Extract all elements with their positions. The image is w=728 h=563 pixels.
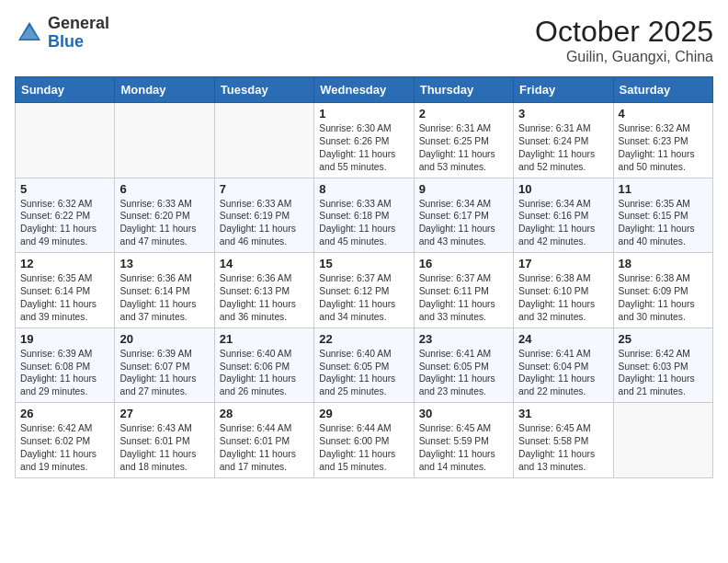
daylight-label: Daylight: 11 hours and 15 minutes.: [319, 449, 395, 472]
weekday-header-friday: Friday: [514, 77, 613, 103]
weekday-header-saturday: Saturday: [613, 77, 712, 103]
day-number: 11: [619, 182, 708, 196]
sunrise-label: Sunrise: 6:41 AM: [518, 349, 590, 359]
day-number: 9: [419, 182, 508, 196]
calendar-cell: 16Sunrise: 6:37 AMSunset: 6:11 PMDayligh…: [414, 253, 513, 328]
daylight-label: Daylight: 11 hours and 18 minutes.: [119, 449, 196, 472]
day-number: 13: [119, 257, 209, 270]
calendar-cell: 29Sunrise: 6:44 AMSunset: 6:00 PMDayligh…: [314, 403, 414, 478]
day-info: Sunrise: 6:41 AMSunset: 6:05 PMDaylight:…: [419, 348, 508, 399]
day-info: Sunrise: 6:40 AMSunset: 6:05 PMDaylight:…: [319, 348, 408, 399]
calendar-cell: 26Sunrise: 6:42 AMSunset: 6:02 PMDayligh…: [16, 403, 115, 478]
sunrise-label: Sunrise: 6:45 AM: [518, 423, 590, 433]
sunrise-label: Sunrise: 6:33 AM: [119, 199, 191, 209]
calendar-cell: 18Sunrise: 6:38 AMSunset: 6:09 PMDayligh…: [613, 253, 712, 328]
sunset-label: Sunset: 6:05 PM: [419, 362, 489, 372]
calendar-cell: 6Sunrise: 6:33 AMSunset: 6:20 PMDaylight…: [115, 178, 214, 253]
sunrise-label: Sunrise: 6:44 AM: [220, 423, 291, 433]
sunrise-label: Sunrise: 6:34 AM: [518, 199, 590, 209]
day-info: Sunrise: 6:31 AMSunset: 6:25 PMDaylight:…: [419, 122, 508, 174]
daylight-label: Daylight: 11 hours and 42 minutes.: [518, 224, 595, 247]
week-row-1: 1Sunrise: 6:30 AMSunset: 6:26 PMDaylight…: [16, 103, 713, 178]
calendar-cell: [613, 403, 712, 478]
calendar-cell: 17Sunrise: 6:38 AMSunset: 6:10 PMDayligh…: [514, 253, 613, 328]
day-info: Sunrise: 6:33 AMSunset: 6:19 PMDaylight:…: [220, 198, 309, 249]
sunrise-label: Sunrise: 6:41 AM: [419, 349, 491, 359]
calendar-cell: 1Sunrise: 6:30 AMSunset: 6:26 PMDaylight…: [314, 103, 414, 178]
calendar-cell: [214, 103, 313, 178]
calendar-cell: 13Sunrise: 6:36 AMSunset: 6:14 PMDayligh…: [115, 253, 214, 328]
day-number: 6: [119, 182, 209, 196]
daylight-label: Daylight: 11 hours and 29 minutes.: [20, 373, 97, 396]
daylight-label: Daylight: 11 hours and 36 minutes.: [220, 299, 296, 322]
week-row-5: 26Sunrise: 6:42 AMSunset: 6:02 PMDayligh…: [16, 403, 713, 478]
daylight-label: Daylight: 11 hours and 34 minutes.: [319, 299, 395, 322]
sunset-label: Sunset: 6:24 PM: [518, 136, 588, 146]
sunset-label: Sunset: 6:08 PM: [20, 362, 90, 372]
sunset-label: Sunset: 6:15 PM: [619, 211, 688, 221]
daylight-label: Daylight: 11 hours and 25 minutes.: [319, 373, 395, 396]
day-number: 4: [619, 107, 708, 121]
day-info: Sunrise: 6:32 AMSunset: 6:23 PMDaylight:…: [619, 122, 708, 174]
sunrise-label: Sunrise: 6:34 AM: [419, 199, 491, 209]
day-info: Sunrise: 6:44 AMSunset: 6:01 PMDaylight:…: [220, 422, 309, 474]
day-number: 21: [220, 332, 309, 346]
sunset-label: Sunset: 6:17 PM: [419, 211, 489, 221]
calendar-cell: 30Sunrise: 6:45 AMSunset: 5:59 PMDayligh…: [414, 403, 513, 478]
daylight-label: Daylight: 11 hours and 27 minutes.: [119, 373, 196, 396]
daylight-label: Daylight: 11 hours and 52 minutes.: [518, 149, 595, 172]
calendar-cell: 22Sunrise: 6:40 AMSunset: 6:05 PMDayligh…: [314, 327, 414, 403]
day-info: Sunrise: 6:31 AMSunset: 6:24 PMDaylight:…: [518, 122, 608, 174]
calendar-cell: 20Sunrise: 6:39 AMSunset: 6:07 PMDayligh…: [115, 327, 214, 403]
sunrise-label: Sunrise: 6:44 AM: [319, 423, 391, 433]
day-info: Sunrise: 6:30 AMSunset: 6:26 PMDaylight:…: [319, 122, 408, 174]
day-number: 30: [419, 407, 508, 420]
day-number: 22: [319, 332, 408, 346]
sunset-label: Sunset: 6:13 PM: [220, 286, 290, 296]
sunset-label: Sunset: 6:01 PM: [220, 436, 290, 446]
sunset-label: Sunset: 6:26 PM: [319, 136, 389, 146]
sunrise-label: Sunrise: 6:35 AM: [20, 273, 92, 283]
calendar-cell: 10Sunrise: 6:34 AMSunset: 6:16 PMDayligh…: [514, 178, 613, 253]
weekday-header-thursday: Thursday: [414, 77, 513, 103]
daylight-label: Daylight: 11 hours and 23 minutes.: [419, 373, 495, 396]
sunset-label: Sunset: 6:04 PM: [518, 362, 588, 372]
calendar-cell: 5Sunrise: 6:32 AMSunset: 6:22 PMDaylight…: [16, 178, 115, 253]
weekday-header-wednesday: Wednesday: [314, 77, 414, 103]
day-info: Sunrise: 6:42 AMSunset: 6:02 PMDaylight:…: [20, 422, 109, 474]
sunset-label: Sunset: 6:11 PM: [419, 286, 489, 296]
calendar-table: SundayMondayTuesdayWednesdayThursdayFrid…: [15, 76, 713, 478]
daylight-label: Daylight: 11 hours and 37 minutes.: [119, 299, 196, 322]
day-number: 31: [518, 407, 608, 420]
sunrise-label: Sunrise: 6:37 AM: [419, 273, 491, 283]
weekday-header-tuesday: Tuesday: [214, 77, 313, 103]
sunrise-label: Sunrise: 6:33 AM: [319, 199, 391, 209]
sunrise-label: Sunrise: 6:39 AM: [119, 349, 191, 359]
daylight-label: Daylight: 11 hours and 19 minutes.: [20, 449, 97, 472]
day-info: Sunrise: 6:32 AMSunset: 6:22 PMDaylight:…: [20, 198, 109, 249]
page-header: General Blue October 2025 Guilin, Guangx…: [15, 15, 713, 65]
daylight-label: Daylight: 11 hours and 30 minutes.: [619, 299, 695, 322]
calendar-cell: 25Sunrise: 6:42 AMSunset: 6:03 PMDayligh…: [613, 327, 712, 403]
logo-blue: Blue: [48, 32, 84, 51]
sunrise-label: Sunrise: 6:33 AM: [220, 199, 291, 209]
day-number: 2: [419, 107, 508, 121]
sunrise-label: Sunrise: 6:40 AM: [319, 349, 391, 359]
day-number: 1: [319, 107, 408, 121]
daylight-label: Daylight: 11 hours and 14 minutes.: [419, 449, 495, 472]
sunrise-label: Sunrise: 6:30 AM: [319, 123, 391, 133]
daylight-label: Daylight: 11 hours and 47 minutes.: [119, 224, 196, 247]
day-info: Sunrise: 6:34 AMSunset: 6:16 PMDaylight:…: [518, 198, 608, 249]
sunset-label: Sunset: 5:59 PM: [419, 436, 489, 446]
week-row-4: 19Sunrise: 6:39 AMSunset: 6:08 PMDayligh…: [16, 327, 713, 403]
day-number: 26: [20, 407, 109, 420]
day-info: Sunrise: 6:39 AMSunset: 6:07 PMDaylight:…: [119, 348, 209, 399]
calendar-cell: 31Sunrise: 6:45 AMSunset: 5:58 PMDayligh…: [514, 403, 613, 478]
sunrise-label: Sunrise: 6:42 AM: [619, 349, 690, 359]
sunrise-label: Sunrise: 6:36 AM: [220, 273, 291, 283]
logo-text: General Blue: [48, 15, 109, 52]
sunrise-label: Sunrise: 6:39 AM: [20, 349, 92, 359]
sunset-label: Sunset: 6:19 PM: [220, 211, 290, 221]
logo-icon: [15, 18, 44, 48]
sunset-label: Sunset: 6:22 PM: [20, 211, 90, 221]
